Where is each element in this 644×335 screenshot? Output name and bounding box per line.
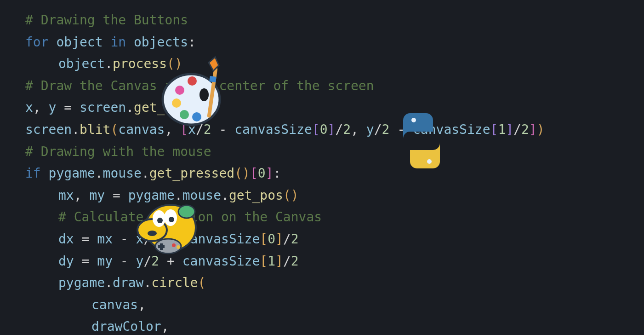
code-line-dx: dx = mx - x/2 + canvasSize[0]/2 [25, 228, 644, 250]
code-line-arg-drawcolor: drawColor, [25, 316, 644, 335]
code-line-dy: dy = my - y/2 + canvasSize[1]/2 [25, 250, 644, 272]
code-line-for: for object in objects: [25, 31, 644, 53]
code-line-comment: # Drawing the Buttons [25, 9, 644, 31]
code-line-xy: x, y = screen.get_size() [25, 97, 644, 119]
code-line-if: if pygame.mouse.get_pressed()[0]: [25, 162, 644, 185]
code-line-comment: # Calculate Position on the Canvas [25, 206, 644, 228]
code-line-arg-canvas: canvas, [25, 294, 644, 316]
code-line-blit: screen.blit(canvas, [x/2 - canvasSize[0]… [25, 119, 644, 141]
code-line-mxmy: mx, my = pygame.mouse.get_pos() [25, 185, 644, 207]
code-line-comment: # Drawing with the mouse [25, 141, 644, 163]
code-line-drawcircle: pygame.draw.circle( [25, 272, 644, 294]
code-editor[interactable]: # Drawing the Buttons for object in obje… [25, 9, 644, 335]
code-line-comment: # Draw the Canvas at the center of the s… [25, 75, 644, 97]
code-line-process: object.process() [25, 53, 644, 75]
